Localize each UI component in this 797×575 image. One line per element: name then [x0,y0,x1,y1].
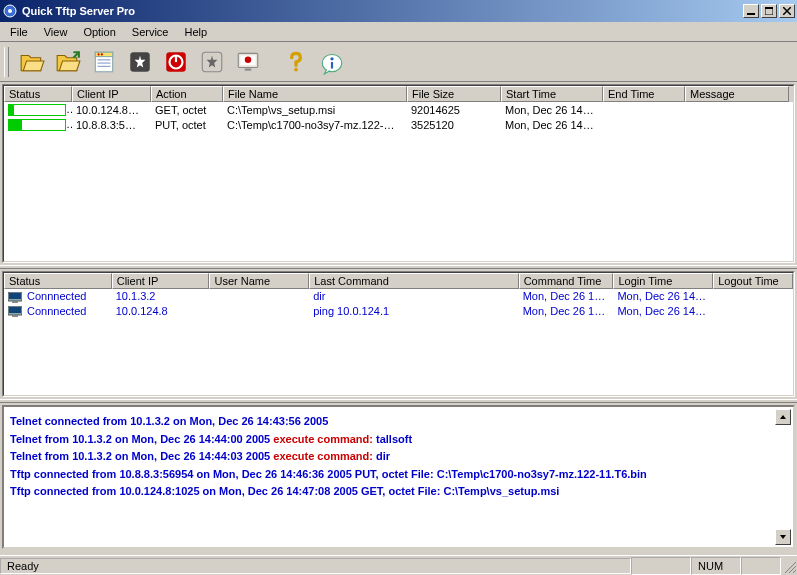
cell-client-ip: 10.0.124.8 [112,304,210,318]
resize-grip-icon[interactable] [781,558,797,574]
svg-rect-22 [245,68,252,70]
titlebar: Quick Tftp Server Pro [0,0,797,22]
status-ready: Ready [0,558,631,574]
service-stop-button[interactable] [159,45,193,79]
log-line: Telnet from 10.1.3.2 on Mon, Dec 26 14:4… [10,448,787,466]
col-last-command[interactable]: Last Command [309,273,518,289]
col-file-name[interactable]: File Name [223,86,407,102]
cell-logout-time [713,310,793,312]
cell-command-time: Mon, Dec 26 14… [519,304,614,318]
col-client-ip[interactable]: Client IP [112,273,210,289]
svg-point-9 [98,53,100,55]
svg-rect-32 [12,315,18,317]
scroll-down-button[interactable] [775,529,791,545]
log-line: Tftp connected from 10.0.124.8:1025 on M… [10,483,787,501]
cell-login-time: Mon, Dec 26 14… [613,304,713,318]
cell-message [685,124,789,126]
svg-point-25 [330,57,333,60]
options-button[interactable] [87,45,121,79]
sessions-panel: Status Client IP User Name Last Command … [2,271,795,397]
menu-view[interactable]: View [36,24,76,40]
menu-file[interactable]: File [2,24,36,40]
toolbar [0,42,797,82]
cell-file-name: C:\Temp\c1700-no3sy7-mz.122-… [223,118,407,132]
cell-file-name: C:\Temp\vs_setup.msi [223,103,407,117]
service-start-button[interactable] [123,45,157,79]
window-title: Quick Tftp Server Pro [22,5,743,17]
splitter-2[interactable] [0,399,797,403]
col-action[interactable]: Action [151,86,223,102]
sessions-header: Status Client IP User Name Last Command … [4,273,793,289]
cell-action: PUT, octet [151,118,223,132]
svg-line-34 [789,566,796,573]
about-button[interactable] [315,45,349,79]
close-button[interactable] [779,4,795,18]
monitor-button[interactable] [231,45,265,79]
col-command-time[interactable]: Command Time [519,273,614,289]
cell-client-ip: 10.0.124.8… [72,103,151,117]
svg-point-21 [245,56,252,63]
session-row[interactable]: Connnected 10.1.3.2 dir Mon, Dec 26 14… … [4,289,793,304]
cell-file-size: 3525120 [407,118,501,132]
svg-point-1 [8,9,12,13]
splitter-1[interactable] [0,265,797,269]
cell-status: Connnected [27,305,86,317]
terminal-icon [8,306,22,317]
svg-rect-4 [765,7,773,9]
col-message[interactable]: Message [685,86,789,102]
cell-logout-time [713,295,793,297]
col-start-time[interactable]: Start Time [501,86,603,102]
service-restart-button[interactable] [195,45,229,79]
cell-status: Connnected [27,290,86,302]
open-folder-arrow-button[interactable] [51,45,85,79]
col-end-time[interactable]: End Time [603,86,685,102]
log-line: Telnet from 10.1.3.2 on Mon, Dec 26 14:4… [10,431,787,449]
col-user-name[interactable]: User Name [209,273,309,289]
cell-start-time: Mon, Dec 26 14… [501,118,603,132]
svg-rect-2 [747,13,755,15]
cell-message [685,109,789,111]
col-logout-time[interactable]: Logout Time [713,273,793,289]
cell-last-command: ping 10.0.124.1 [309,304,518,318]
status-pane-3 [741,557,781,575]
app-icon [2,3,18,19]
svg-line-35 [793,570,796,573]
log-panel: Telnet connected from 10.1.3.2 on Mon, D… [2,405,795,549]
open-folder-button[interactable] [15,45,49,79]
transfers-header: Status Client IP Action File Name File S… [4,86,793,102]
col-login-time[interactable]: Login Time [613,273,713,289]
svg-rect-26 [331,62,333,69]
cell-login-time: Mon, Dec 26 14… [613,289,713,303]
log-line: Tftp connected from 10.8.8.3:56954 on Mo… [10,466,787,484]
col-status[interactable]: Status [4,273,112,289]
cell-user-name [209,310,309,312]
help-button[interactable] [279,45,313,79]
svg-rect-29 [12,301,18,303]
scroll-up-button[interactable] [775,409,791,425]
cell-end-time [603,124,685,126]
svg-rect-31 [9,307,21,313]
minimize-button[interactable] [743,4,759,18]
cell-client-ip: 10.8.8.3:5… [72,118,151,132]
transfer-row[interactable]: 24% 10.8.8.3:5… PUT, octet C:\Temp\c1700… [4,117,793,132]
svg-point-10 [101,53,103,55]
transfer-row[interactable]: 9% 10.0.124.8… GET, octet C:\Temp\vs_set… [4,102,793,117]
maximize-button[interactable] [761,4,777,18]
status-num: NUM [691,557,741,575]
cell-file-size: 92014625 [407,103,501,117]
cell-user-name [209,295,309,297]
cell-start-time: Mon, Dec 26 14… [501,103,603,117]
session-row[interactable]: Connnected 10.0.124.8 ping 10.0.124.1 Mo… [4,304,793,319]
statusbar: Ready NUM [0,555,797,575]
col-client-ip[interactable]: Client IP [72,86,151,102]
col-file-size[interactable]: File Size [407,86,501,102]
menu-help[interactable]: Help [177,24,216,40]
cell-client-ip: 10.1.3.2 [112,289,210,303]
menubar: File View Option Service Help [0,22,797,42]
col-status[interactable]: Status [4,86,72,102]
menu-option[interactable]: Option [75,24,123,40]
menu-service[interactable]: Service [124,24,177,40]
svg-point-23 [294,67,298,71]
cell-last-command: dir [309,289,518,303]
status-pane-1 [631,557,691,575]
